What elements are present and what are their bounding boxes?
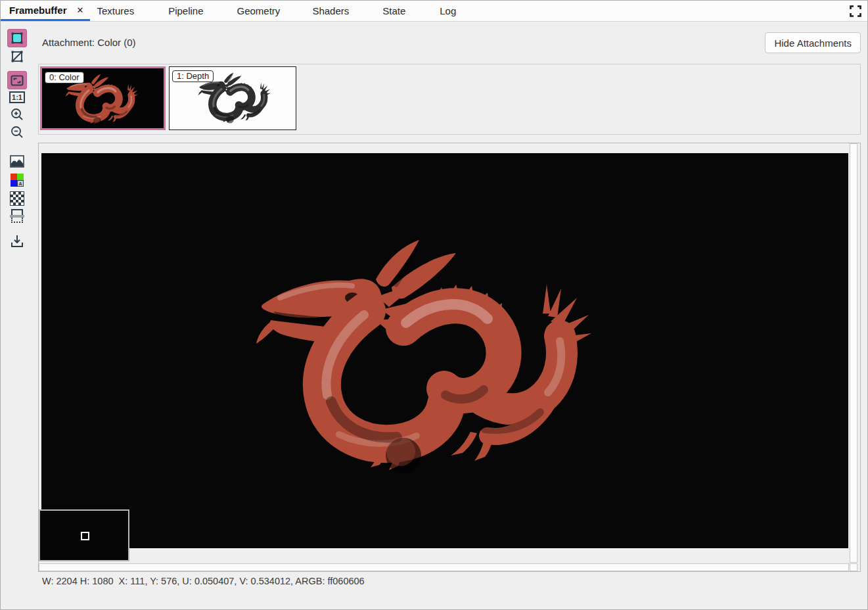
- fullscreen-corners-icon: [849, 5, 862, 18]
- attachment-thumbnail-depth[interactable]: 1: Depth: [169, 66, 296, 130]
- tab-framebuffer-label: Framebuffer: [9, 5, 67, 16]
- rgba-swatch-icon: A: [11, 174, 24, 187]
- zoom-out-icon: [10, 125, 24, 139]
- tab-bar: Framebuffer ✕ Textures Pipeline Geometry…: [1, 1, 867, 22]
- texture-viewport-panel: [38, 143, 861, 572]
- attachment-badge: 0: Color: [45, 72, 84, 83]
- picked-pixel-marker: [81, 532, 89, 540]
- scrollbar-corner: [850, 563, 857, 571]
- pixel-status-text: W: 2204 H: 1080 X: 111, Y: 576, U: 0.050…: [42, 576, 365, 586]
- hide-attachments-button[interactable]: Hide Attachments: [765, 32, 861, 53]
- vertical-scrollbar[interactable]: [850, 143, 857, 563]
- tab-framebuffer[interactable]: Framebuffer ✕: [1, 1, 90, 21]
- zoom-in-button[interactable]: [7, 105, 27, 124]
- render-viewport[interactable]: [41, 153, 848, 548]
- zoom-in-icon: [10, 107, 24, 122]
- tab-geometry[interactable]: Geometry: [236, 1, 282, 21]
- wireframe-square-icon: [10, 49, 24, 64]
- tab-state[interactable]: State: [381, 1, 407, 21]
- save-icon: [10, 234, 24, 248]
- attachments-panel: 0: Color 1: Depth: [38, 64, 861, 135]
- range-icon: [10, 209, 24, 223]
- save-image-button[interactable]: [7, 232, 27, 250]
- texture-display-button[interactable]: [7, 29, 27, 47]
- range-adapt-button[interactable]: [7, 206, 27, 225]
- attachment-thumbnail-color[interactable]: 0: Color: [40, 66, 166, 130]
- close-icon[interactable]: ✕: [77, 5, 84, 15]
- fullscreen-button[interactable]: [848, 4, 863, 18]
- image-icon: [10, 155, 24, 168]
- tab-pipeline[interactable]: Pipeline: [167, 1, 204, 21]
- fit-corners-icon: [11, 75, 24, 86]
- app-window: Framebuffer ✕ Textures Pipeline Geometry…: [0, 0, 868, 610]
- checkerboard-icon: [10, 191, 24, 206]
- one-to-one-icon: 1:1: [9, 91, 25, 103]
- fit-to-window-button[interactable]: [7, 71, 27, 89]
- tab-textures[interactable]: Textures: [95, 1, 135, 21]
- rgba-channels-button[interactable]: A: [7, 171, 27, 189]
- pixel-context-preview: [39, 509, 129, 561]
- filled-square-icon: [11, 32, 24, 45]
- tab-log[interactable]: Log: [438, 1, 457, 21]
- wireframe-button[interactable]: [7, 47, 27, 66]
- attachment-label: Attachment: Color (0): [42, 37, 136, 48]
- image-background-button[interactable]: [7, 152, 27, 171]
- framebuffer-image: [254, 237, 595, 481]
- horizontal-scrollbar[interactable]: [39, 563, 849, 571]
- attachment-badge: 1: Depth: [172, 70, 214, 82]
- zoom-one-to-one-button[interactable]: 1:1: [7, 88, 27, 106]
- zoom-out-button[interactable]: [7, 123, 27, 141]
- checkerboard-background-button[interactable]: [7, 189, 27, 208]
- tab-shaders[interactable]: Shaders: [311, 1, 350, 21]
